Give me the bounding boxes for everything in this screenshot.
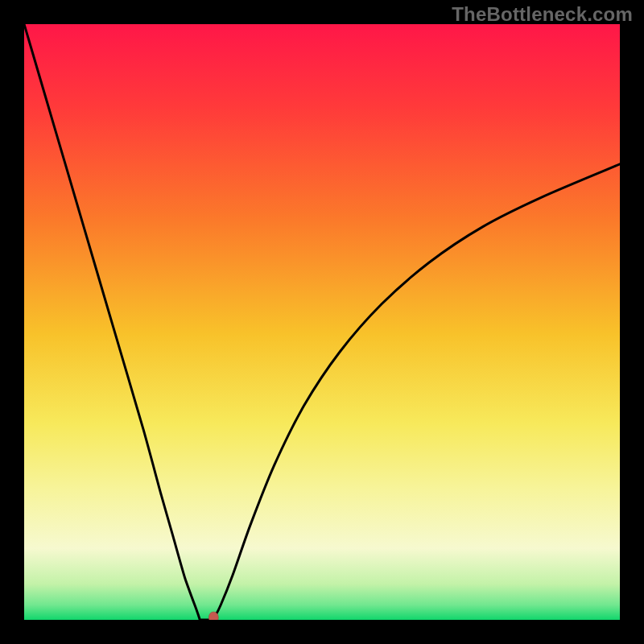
plot-area [24, 24, 620, 620]
bottleneck-chart [24, 24, 620, 620]
watermark-text: TheBottleneck.com [452, 3, 633, 26]
chart-frame: TheBottleneck.com [0, 0, 644, 644]
gradient-background [24, 24, 620, 620]
